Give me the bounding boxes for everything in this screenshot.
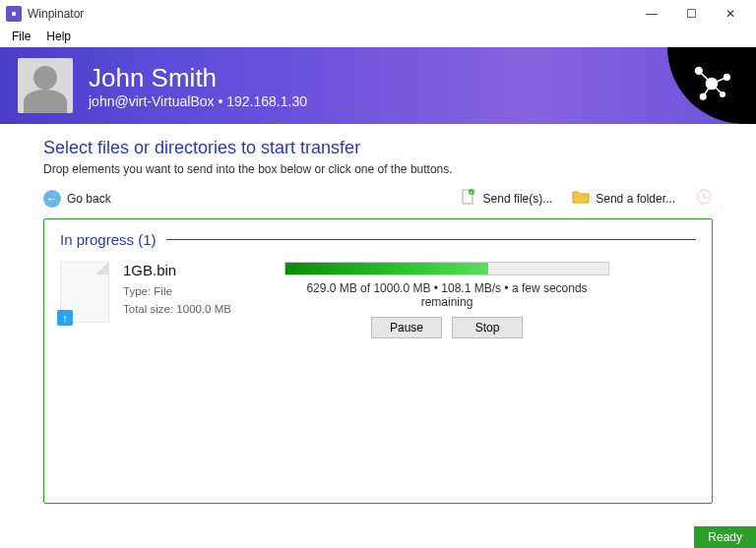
file-size-value: 1000.0 MB: [176, 303, 231, 315]
transfer-panel: In progress (1) ↑ 1GB.bin Type: File Tot…: [43, 218, 713, 504]
content: Select files or directories to start tra…: [0, 124, 756, 504]
user-info: John Smith john@virt-VirtualBox • 192.16…: [89, 63, 307, 109]
file-thumbnail: ↑: [60, 262, 109, 323]
file-size-label: Total size:: [123, 303, 173, 315]
user-header: John Smith john@virt-VirtualBox • 192.16…: [0, 47, 756, 124]
transfer-item: ↑ 1GB.bin Type: File Total size: 1000.0 …: [60, 262, 696, 338]
history-icon[interactable]: [695, 188, 713, 209]
progress-area: 629.0 MB of 1000.0 MB • 108.1 MB/s • a f…: [284, 262, 696, 338]
network-icon: [690, 62, 733, 109]
svg-point-1: [12, 12, 17, 17]
svg-point-10: [721, 92, 724, 96]
go-back-label: Go back: [67, 192, 111, 206]
progress-text: 629.0 MB of 1000.0 MB • 108.1 MB/s • a f…: [284, 281, 609, 309]
send-folder-button[interactable]: Send a folder...: [572, 189, 675, 208]
arrow-left-icon: ←: [43, 190, 61, 208]
go-back-button[interactable]: ← Go back: [43, 190, 111, 208]
close-button[interactable]: ✕: [711, 0, 750, 28]
menu-help[interactable]: Help: [38, 28, 79, 47]
menubar: File Help: [0, 28, 756, 47]
progress-bar: [284, 262, 609, 275]
app-icon: [6, 6, 22, 22]
titlebar: Winpinator — ☐ ✕: [0, 0, 756, 28]
svg-point-6: [707, 79, 718, 90]
stop-button[interactable]: Stop: [452, 317, 523, 338]
send-files-label: Send file(s)...: [483, 192, 553, 206]
page-subheading: Drop elements you want to send into the …: [43, 162, 713, 176]
file-type-label: Type:: [123, 285, 151, 297]
network-badge: [667, 47, 756, 124]
user-identity: john@virt-VirtualBox • 192.168.1.30: [89, 93, 307, 109]
svg-text:+: +: [470, 189, 472, 195]
statusbar: Ready: [0, 526, 756, 548]
maximize-button[interactable]: ☐: [671, 0, 711, 28]
menu-file[interactable]: File: [4, 28, 38, 47]
status-ready: Ready: [694, 526, 756, 548]
button-row: Pause Stop: [284, 317, 609, 338]
svg-point-7: [696, 68, 703, 75]
page-heading: Select files or directories to start tra…: [43, 138, 713, 158]
upload-badge-icon: ↑: [57, 310, 73, 326]
progress-fill: [285, 263, 488, 274]
action-row: ← Go back + Send file(s)... Send a folde…: [43, 188, 713, 209]
avatar: [18, 58, 73, 113]
file-name: 1GB.bin: [123, 262, 271, 278]
svg-point-9: [700, 93, 706, 99]
panel-title-row: In progress (1): [60, 231, 696, 248]
window-controls: — ☐ ✕: [632, 0, 750, 28]
panel-title: In progress (1): [60, 231, 157, 248]
send-folder-label: Send a folder...: [596, 192, 675, 206]
svg-point-8: [724, 75, 730, 81]
file-type-line: Type: File: [123, 282, 271, 300]
file-size-line: Total size: 1000.0 MB: [123, 300, 271, 318]
file-icon: +: [460, 188, 477, 209]
user-name: John Smith: [89, 63, 307, 93]
pause-button[interactable]: Pause: [371, 317, 442, 338]
minimize-button[interactable]: —: [632, 0, 671, 28]
file-meta: 1GB.bin Type: File Total size: 1000.0 MB: [123, 262, 271, 319]
send-files-button[interactable]: + Send file(s)...: [460, 188, 553, 209]
file-type-value: File: [154, 285, 172, 297]
folder-icon: [572, 189, 590, 208]
window-title: Winpinator: [28, 7, 632, 21]
panel-rule: [166, 239, 696, 240]
